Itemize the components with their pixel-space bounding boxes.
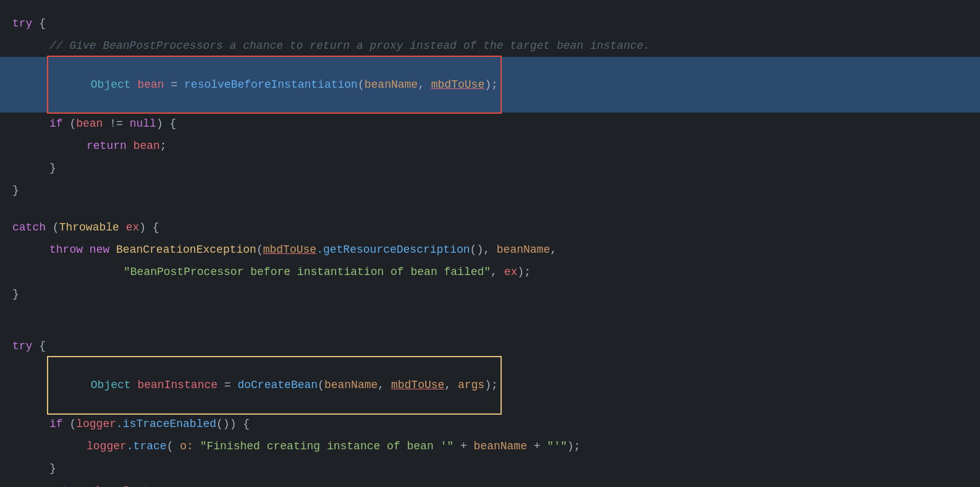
- line-throw: throw new BeanCreationException(mbdToUse…: [0, 239, 980, 261]
- keyword-try: try: [12, 15, 32, 33]
- line-close-if: }: [0, 157, 980, 179]
- line-close-if2: }: [0, 458, 980, 480]
- param-beanname4: beanName: [474, 438, 527, 455]
- line-return-bean: return bean;: [0, 135, 980, 157]
- line-return-beaninstance: return beanInstance;: [0, 480, 980, 487]
- line-try-open: try {: [0, 12, 980, 35]
- line-throw-msg: "BeanPostProcessor before instantiation …: [0, 261, 980, 283]
- var-logger2: logger: [87, 438, 127, 455]
- comment-text: // Give BeanPostProcessors a chance to r…: [49, 37, 650, 55]
- line-close-catch: }: [0, 283, 980, 305]
- var-beaninstance: beanInstance: [137, 379, 218, 391]
- var-ex2: ex: [504, 263, 518, 281]
- spacer-1: [0, 201, 980, 216]
- label-o: o:: [180, 438, 193, 455]
- keyword-if: if: [49, 115, 63, 133]
- string-error-msg: "BeanPostProcessor before instantiation …: [124, 263, 491, 281]
- keyword-catch: catch: [12, 219, 46, 237]
- line-if-logger: if (logger.isTraceEnabled()) {: [0, 413, 980, 436]
- var-bean3: bean: [133, 137, 160, 155]
- keyword-new: new: [90, 241, 109, 259]
- param-mbdtouse3: mbdToUse: [391, 379, 444, 391]
- keyword-throw: throw: [49, 241, 83, 259]
- type-object: Object: [91, 78, 131, 91]
- line-close-try: }: [0, 179, 980, 201]
- keyword-return: return: [87, 137, 127, 155]
- var-ex: ex: [126, 219, 140, 237]
- line-logger-trace: logger.trace( o: "Finished creating inst…: [0, 436, 980, 458]
- var-bean: bean: [137, 78, 164, 91]
- string-quote: "'": [547, 438, 567, 455]
- keyword-try2: try: [12, 337, 32, 355]
- method-trace: .trace: [127, 438, 167, 455]
- keyword-if2: if: [49, 415, 63, 433]
- method-getresource: .getResourceDescription: [316, 241, 470, 259]
- class-bean-creation-exception: BeanCreationException: [116, 241, 256, 259]
- line-catch: catch (Throwable ex) {: [0, 216, 980, 239]
- var-logger: logger: [76, 415, 116, 433]
- keyword-return2: return: [49, 482, 90, 487]
- type-object2: Object: [91, 379, 131, 391]
- yellow-highlight-box: Object beanInstance = doCreateBean(beanN…: [47, 356, 502, 414]
- red-highlight-box: Object bean = resolveBeforeInstantiation…: [47, 56, 502, 114]
- param-mbdtouse: mbdToUse: [431, 78, 484, 91]
- param-beanname2: beanName: [497, 241, 550, 259]
- line-try-open2: try {: [0, 335, 980, 357]
- param-args: args: [458, 379, 484, 391]
- param-beanname3: beanName: [324, 379, 378, 391]
- string-finished: "Finished creating instance of bean '": [200, 438, 454, 455]
- method-docreatebean: doCreateBean: [237, 379, 318, 391]
- method-resolve: resolveBeforeInstantiation: [184, 78, 358, 91]
- line-object-beaninstance: Object beanInstance = doCreateBean(beanN…: [0, 357, 980, 413]
- keyword-null: null: [130, 115, 156, 133]
- method-istrace: .isTraceEnabled: [116, 415, 216, 433]
- param-beanname: beanName: [365, 78, 418, 91]
- line-if-bean: if (bean != null) {: [0, 112, 980, 135]
- code-editor: try { // Give BeanPostProcessors a chanc…: [0, 0, 980, 487]
- spacer-2: [0, 305, 980, 320]
- var-bean2: bean: [76, 115, 103, 133]
- line-comment: // Give BeanPostProcessors a chance to r…: [0, 35, 980, 57]
- spacer-3: [0, 320, 980, 335]
- line-object-bean: Object bean = resolveBeforeInstantiation…: [0, 57, 980, 112]
- var-beaninstance2: beanInstance: [96, 482, 177, 487]
- param-mbdtouse2: mbdToUse: [263, 241, 316, 259]
- class-throwable: Throwable: [59, 219, 119, 237]
